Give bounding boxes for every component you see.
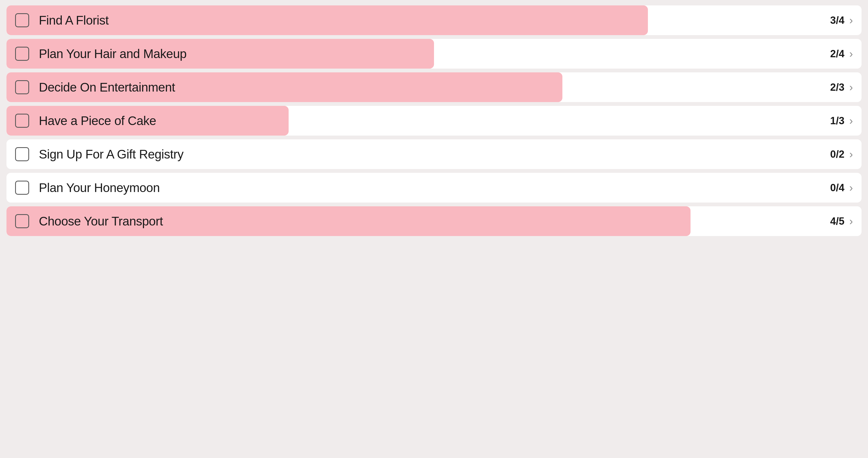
task-item-decide-entertainment[interactable]: Decide On Entertainment2/3›	[6, 73, 862, 102]
task-item-find-florist[interactable]: Find A Florist3/4›	[6, 5, 862, 35]
task-count-plan-honeymoon: 0/4	[830, 182, 844, 194]
chevron-right-icon-plan-honeymoon: ›	[849, 182, 853, 194]
task-item-choose-transport[interactable]: Choose Your Transport4/5›	[6, 206, 862, 236]
task-label-plan-honeymoon: Plan Your Honeymoon	[39, 180, 830, 195]
task-item-gift-registry[interactable]: Sign Up For A Gift Registry0/2›	[6, 139, 862, 169]
chevron-right-icon-have-cake: ›	[849, 115, 853, 127]
task-item-have-cake[interactable]: Have a Piece of Cake1/3›	[6, 106, 862, 136]
task-item-plan-hair-makeup[interactable]: Plan Your Hair and Makeup2/4›	[6, 39, 862, 68]
task-meta-choose-transport: 4/5›	[830, 215, 853, 227]
task-count-plan-hair-makeup: 2/4	[830, 48, 844, 60]
task-content-decide-entertainment: Decide On Entertainment2/3›	[6, 74, 862, 101]
chevron-right-icon-plan-hair-makeup: ›	[849, 48, 853, 60]
task-content-plan-hair-makeup: Plan Your Hair and Makeup2/4›	[6, 40, 862, 67]
checkbox-have-cake[interactable]	[15, 114, 29, 128]
task-label-find-florist: Find A Florist	[39, 13, 830, 28]
chevron-right-icon-find-florist: ›	[849, 14, 853, 26]
task-list: Find A Florist3/4›Plan Your Hair and Mak…	[6, 5, 862, 236]
task-meta-decide-entertainment: 2/3›	[830, 81, 853, 93]
task-count-choose-transport: 4/5	[830, 216, 844, 227]
task-label-plan-hair-makeup: Plan Your Hair and Makeup	[39, 47, 830, 61]
task-content-find-florist: Find A Florist3/4›	[6, 6, 862, 34]
task-meta-plan-hair-makeup: 2/4›	[830, 48, 853, 60]
task-label-decide-entertainment: Decide On Entertainment	[39, 80, 830, 94]
task-meta-find-florist: 3/4›	[830, 14, 853, 26]
chevron-right-icon-decide-entertainment: ›	[849, 81, 853, 93]
task-content-choose-transport: Choose Your Transport4/5›	[6, 207, 862, 235]
checkbox-decide-entertainment[interactable]	[15, 80, 29, 94]
task-count-decide-entertainment: 2/3	[830, 82, 844, 93]
task-content-gift-registry: Sign Up For A Gift Registry0/2›	[6, 140, 862, 168]
task-label-gift-registry: Sign Up For A Gift Registry	[39, 147, 830, 162]
task-count-find-florist: 3/4	[830, 15, 844, 26]
checkbox-gift-registry[interactable]	[15, 147, 29, 161]
chevron-right-icon-choose-transport: ›	[849, 215, 853, 227]
chevron-right-icon-gift-registry: ›	[849, 148, 853, 161]
checkbox-choose-transport[interactable]	[15, 214, 29, 228]
checkbox-plan-honeymoon[interactable]	[15, 181, 29, 195]
checkbox-find-florist[interactable]	[15, 13, 29, 27]
task-meta-plan-honeymoon: 0/4›	[830, 182, 853, 194]
task-label-have-cake: Have a Piece of Cake	[39, 113, 830, 128]
task-count-have-cake: 1/3	[830, 115, 844, 127]
task-meta-have-cake: 1/3›	[830, 115, 853, 127]
task-content-plan-honeymoon: Plan Your Honeymoon0/4›	[6, 174, 862, 201]
task-item-plan-honeymoon[interactable]: Plan Your Honeymoon0/4›	[6, 173, 862, 203]
task-content-have-cake: Have a Piece of Cake1/3›	[6, 107, 862, 135]
task-label-choose-transport: Choose Your Transport	[39, 214, 830, 228]
task-count-gift-registry: 0/2	[830, 148, 844, 160]
task-meta-gift-registry: 0/2›	[830, 148, 853, 161]
checkbox-plan-hair-makeup[interactable]	[15, 47, 29, 61]
